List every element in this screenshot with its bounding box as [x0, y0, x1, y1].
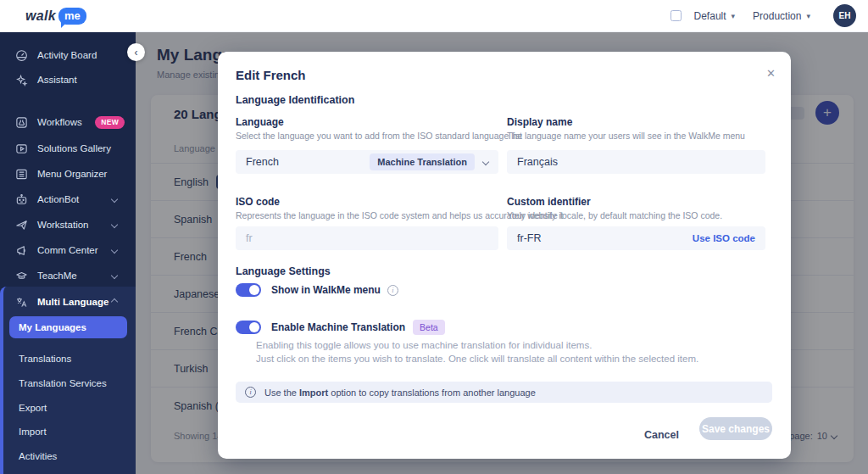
gauge-icon: [15, 49, 28, 62]
sidebar-item-my-languages[interactable]: My Languages: [9, 316, 127, 338]
info-icon[interactable]: i: [387, 285, 398, 296]
caret-down-icon: ▾: [732, 12, 736, 20]
sidebar-item-actionbot[interactable]: ActionBot: [0, 187, 136, 211]
walkme-logo: walk me: [25, 8, 86, 25]
sidebar-item-import[interactable]: Import: [3, 421, 136, 443]
paper-plane-icon: [15, 219, 28, 231]
edit-language-modal: Edit French ✕ Language Identification La…: [218, 52, 791, 459]
logo-me-bubble: me: [58, 8, 86, 25]
sidebar-item-comm-center[interactable]: Comm Center: [0, 238, 136, 262]
cancel-button[interactable]: Cancel: [644, 429, 679, 441]
section-language-identification: Language Identification: [236, 94, 354, 106]
new-badge: NEW: [95, 116, 125, 129]
list-icon: [15, 168, 28, 181]
iso-code-field[interactable]: fr: [236, 226, 498, 250]
sidebar-item-solutions-gallery[interactable]: Solutions Gallery: [0, 137, 136, 160]
sidebar-item-multi-language[interactable]: Multi Language: [3, 290, 136, 314]
sidebar-item-menu-organizer[interactable]: Menu Organizer: [0, 162, 136, 186]
sidebar-item-workstation[interactable]: Workstation: [0, 213, 136, 237]
workflows-icon: [15, 116, 28, 129]
chevron-left-icon: ‹: [135, 47, 138, 59]
sidebar-item-assistant[interactable]: Assistant: [0, 68, 136, 92]
robot-icon: [15, 193, 28, 206]
custom-identifier-field[interactable]: fr-FR Use ISO code: [507, 226, 765, 250]
sparkles-icon: [15, 74, 28, 86]
sidebar-item-workflows[interactable]: Workflows NEW: [0, 110, 136, 134]
show-in-menu-row: Show in WalkMe menu i: [236, 283, 398, 297]
banner-text: Use the Import option to copy translatio…: [264, 388, 536, 398]
custom-identifier-label: Custom identifier: [507, 196, 591, 208]
machine-translation-chip: Machine Translation: [370, 153, 475, 170]
display-name-field[interactable]: Français: [507, 150, 765, 174]
import-info-banner: i Use the Import option to copy translat…: [236, 382, 772, 403]
close-icon[interactable]: ✕: [766, 67, 776, 80]
chevron-down-icon: [482, 159, 489, 165]
megaphone-icon: [15, 244, 28, 257]
publish-environment-selector[interactable]: Production ▾: [748, 7, 815, 25]
caret-down-icon: ▾: [806, 12, 810, 20]
sidebar-item-translation-services[interactable]: Translation Services: [3, 372, 136, 394]
sidebar-item-teachme[interactable]: TeachMe: [0, 264, 136, 287]
sidebar-item-activity-board[interactable]: Activity Board: [0, 43, 136, 67]
language-label: Language: [236, 116, 284, 128]
info-icon: i: [245, 387, 256, 398]
graduation-cap-icon: [15, 270, 28, 282]
iso-code-label: ISO code: [236, 196, 280, 208]
machine-translation-toggle[interactable]: [236, 321, 261, 334]
topbar: walk me Default ▾ Production ▾ EH: [0, 0, 868, 32]
machine-translation-description-1: Enabling this toggle allows you to use m…: [256, 340, 592, 350]
section-language-settings: Language Settings: [236, 265, 331, 277]
gallery-icon: [15, 142, 28, 155]
sidebar: Activity Board Assistant Workflows NEW S…: [0, 32, 136, 474]
environment-selector[interactable]: Default ▾: [689, 7, 741, 25]
modal-title: Edit French: [236, 68, 306, 82]
language-field[interactable]: French Machine Translation: [236, 150, 498, 174]
chevron-down-icon: [111, 196, 118, 203]
machine-translation-description-2: Just click on the items you wish to tran…: [256, 354, 698, 364]
machine-translation-row: Enable Machine Translation Beta: [236, 320, 445, 335]
sidebar-item-translations[interactable]: Translations: [3, 348, 136, 370]
save-changes-button[interactable]: Save changes: [699, 417, 772, 440]
publish-selector-label: Production: [753, 10, 801, 22]
beta-badge: Beta: [413, 320, 445, 335]
environment-selector-label: Default: [694, 10, 726, 22]
sidebar-collapse-button[interactable]: ‹: [127, 43, 145, 61]
translate-icon: [15, 296, 28, 309]
chevron-up-icon: [111, 298, 118, 305]
sidebar-item-export[interactable]: Export: [3, 397, 136, 419]
logo-walk-text: walk: [25, 8, 56, 24]
system-icon: [670, 10, 682, 21]
chevron-down-icon: [111, 221, 118, 228]
user-avatar[interactable]: EH: [833, 4, 856, 27]
chevron-down-icon: [111, 247, 118, 254]
language-helper: Select the language you want to add from…: [236, 131, 522, 141]
custom-identifier-helper: Your website locale, by default matching…: [507, 210, 722, 220]
chevron-down-icon: [111, 272, 118, 279]
display-name-label: Display name: [507, 116, 572, 128]
show-in-menu-toggle[interactable]: [236, 283, 261, 297]
sidebar-item-activities[interactable]: Activities: [3, 445, 136, 467]
use-iso-code-button[interactable]: Use ISO code: [693, 233, 755, 243]
sidebar-section-multi-language: Multi Language My Languages Translations…: [0, 287, 136, 474]
display-name-helper: The language name your users will see in…: [507, 131, 745, 141]
